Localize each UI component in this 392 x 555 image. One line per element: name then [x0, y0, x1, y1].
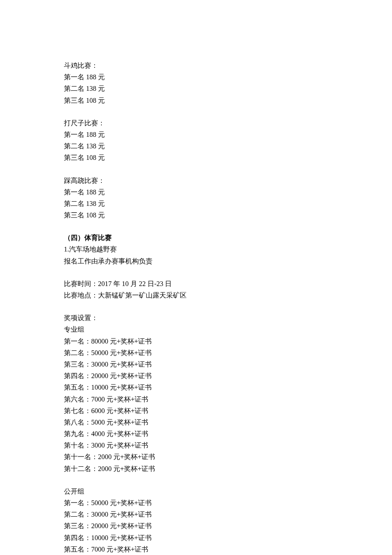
rank-line: 第一名 188 元	[64, 129, 328, 140]
rank-line: 第十二名：2000 元+奖杯+证书	[64, 463, 328, 474]
rank-line: 第一名：50000 元+奖杯+证书	[64, 497, 328, 509]
rank-line: 第五名：7000 元+奖杯+证书	[64, 543, 328, 555]
rank-line: 第一名 188 元	[64, 186, 328, 198]
rank-line: 第十一名：2000 元+奖杯+证书	[64, 451, 328, 462]
rank-line: 第三名：20000 元+奖杯+证书	[64, 520, 328, 532]
pro-group-label: 专业组	[64, 324, 328, 335]
offroad-registration: 报名工作由承办赛事机构负责	[64, 255, 328, 267]
rank-line: 第二名：50000 元+奖杯+证书	[64, 347, 328, 358]
rank-line: 第四名：20000 元+奖杯+证书	[64, 370, 328, 382]
rank-line: 第三名 108 元	[64, 152, 328, 163]
offroad-time: 比赛时间：2017 年 10 月 22 日-23 日	[64, 278, 328, 289]
rank-line: 第三名 108 元	[64, 209, 328, 221]
open-group-label: 公开组	[64, 486, 328, 497]
competition-caigaoqiao: 踩高跷比赛： 第一名 188 元 第二名 138 元 第三名 108 元	[64, 175, 328, 221]
rank-line: 第九名：4000 元+奖杯+证书	[64, 428, 328, 439]
competition-title: 斗鸡比赛：	[64, 60, 328, 71]
competition-douji: 斗鸡比赛： 第一名 188 元 第二名 138 元 第三名 108 元	[64, 60, 328, 106]
sports-section: （四）体育比赛 1.汽车场地越野赛 报名工作由承办赛事机构负责	[64, 232, 328, 267]
awards-professional: 奖项设置： 专业组 第一名：80000 元+奖杯+证书 第二名：50000 元+…	[64, 312, 328, 474]
rank-line: 第二名：30000 元+奖杯+证书	[64, 509, 328, 520]
awards-label: 奖项设置：	[64, 312, 328, 324]
rank-line: 第一名 188 元	[64, 71, 328, 83]
rank-line: 第三名 108 元	[64, 95, 328, 106]
rank-line: 第五名：10000 元+奖杯+证书	[64, 382, 328, 393]
rank-line: 第二名 138 元	[64, 198, 328, 209]
rank-line: 第三名：30000 元+奖杯+证书	[64, 358, 328, 370]
competition-dachizi: 打尺子比赛： 第一名 188 元 第二名 138 元 第三名 108 元	[64, 117, 328, 164]
rank-line: 第八名：5000 元+奖杯+证书	[64, 416, 328, 428]
offroad-location: 比赛地点：大新锰矿第一矿山露天采矿区	[64, 289, 328, 301]
awards-open: 公开组 第一名：50000 元+奖杯+证书 第二名：30000 元+奖杯+证书 …	[64, 486, 328, 555]
rank-line: 第二名 138 元	[64, 140, 328, 152]
rank-line: 第一名：80000 元+奖杯+证书	[64, 335, 328, 347]
document-page: 斗鸡比赛： 第一名 188 元 第二名 138 元 第三名 108 元 打尺子比…	[0, 0, 392, 555]
rank-line: 第六名：7000 元+奖杯+证书	[64, 393, 328, 405]
rank-line: 第十名：3000 元+奖杯+证书	[64, 439, 328, 451]
competition-title: 打尺子比赛：	[64, 117, 328, 129]
sports-heading: （四）体育比赛	[64, 232, 328, 243]
rank-line: 第二名 138 元	[64, 83, 328, 94]
rank-line: 第四名：10000 元+奖杯+证书	[64, 532, 328, 543]
competition-title: 踩高跷比赛：	[64, 175, 328, 186]
offroad-title: 1.汽车场地越野赛	[64, 243, 328, 255]
offroad-schedule: 比赛时间：2017 年 10 月 22 日-23 日 比赛地点：大新锰矿第一矿山…	[64, 278, 328, 301]
rank-line: 第七名：6000 元+奖杯+证书	[64, 405, 328, 416]
